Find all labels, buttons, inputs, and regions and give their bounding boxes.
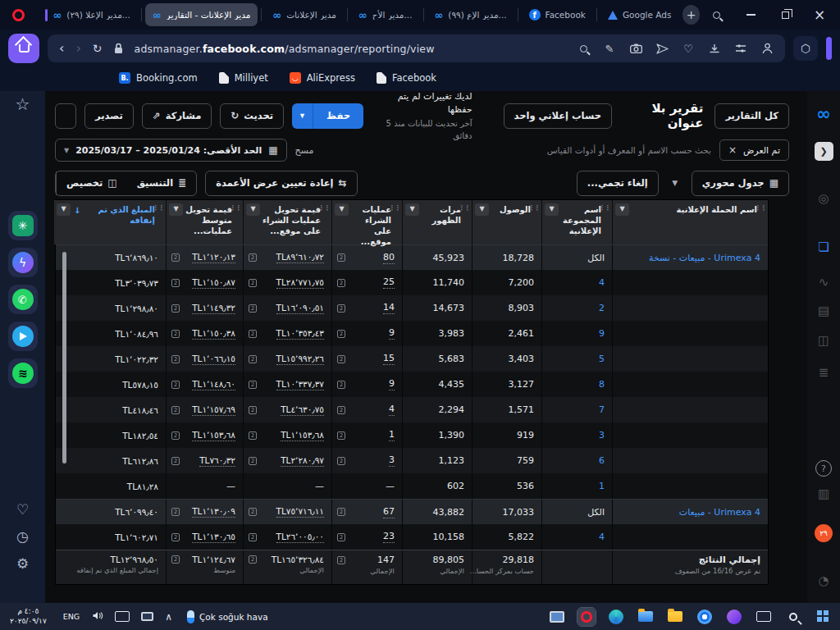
bookmark-item[interactable]: Facebook [377, 72, 436, 84]
column-menu-caret[interactable]: ▼ [405, 203, 419, 216]
browser-tab[interactable]: ∞مدير الأح... [351, 3, 420, 26]
settings-sliders-icon[interactable] [734, 42, 747, 55]
alarm-clock-icon[interactable]: ◔ [807, 573, 840, 588]
share-button[interactable]: مشاركة⇗ [142, 103, 212, 129]
nav-campaigns-icon[interactable]: ▤ [807, 304, 840, 318]
weather-widget[interactable]: Çok soğuk hava [187, 610, 268, 623]
adset-link[interactable]: 7 [599, 404, 605, 415]
bookmarks-star-icon[interactable]: ☆ [16, 94, 30, 114]
report-doc-icon[interactable]: ▥ [807, 486, 840, 501]
pivot-table-button[interactable]: ▦جدول محوري [692, 171, 789, 196]
tray-expand-icon[interactable]: ∧ [163, 611, 174, 623]
column-menu-caret[interactable]: ▼ [475, 203, 489, 216]
camera-icon[interactable] [629, 42, 642, 55]
column-header-purchases[interactable]: ⋮⋮عمليات الشراء على موقع...▼ [331, 200, 402, 244]
sidebar-item-telegram[interactable] [8, 322, 38, 351]
campaign-link[interactable]: Urimexa 4 - مبيعات - نسخة [649, 253, 760, 263]
account-switcher-button[interactable]: ❮ [807, 142, 840, 161]
customize-button[interactable]: ◫تخصيص [56, 171, 127, 195]
search-input[interactable]: بحث حسب الاسم أو المعرف أو أدوات القياس [547, 145, 711, 155]
adset-link[interactable]: 5 [599, 354, 605, 364]
column-header-adset[interactable]: ⋮⋮اسم المجموعة الإعلانية▼ [541, 200, 612, 244]
nav-list-icon[interactable]: ≣ [807, 365, 840, 380]
table-row[interactable]: 1536602———TL٨١٫٢٨ [56, 473, 768, 499]
taskbar-terminal[interactable] [755, 608, 773, 626]
save-button[interactable]: حفظ [313, 103, 363, 129]
send-to-flow-icon[interactable] [655, 42, 669, 55]
sidebar-item-chatgpt[interactable]: ✳ [8, 211, 38, 240]
column-header-impressions[interactable]: ⋮⋮مرات الظهور▼ [402, 200, 472, 244]
notifications-badge[interactable]: ٢٩ [807, 524, 840, 542]
campaign-link[interactable]: Urimexa 4 - مبيعات [679, 507, 760, 518]
column-header-campaign[interactable]: ⋮⋮اسم الحملة الإعلانية▼ [612, 200, 768, 244]
bookmark-item[interactable]: B.Booking.com [119, 72, 198, 84]
minimize-button[interactable] [737, 3, 765, 26]
tab-search-button[interactable] [702, 3, 730, 26]
tray-display-icon[interactable] [139, 612, 155, 621]
language-indicator[interactable]: ENG [60, 612, 83, 621]
snapshot-icon[interactable]: ✎ [603, 42, 616, 55]
taskbar-photos[interactable] [725, 608, 743, 626]
nav-overview-icon[interactable]: ◎ [807, 191, 840, 206]
all-reports-button[interactable]: كل التقارير [714, 103, 789, 129]
column-menu-caret[interactable]: ▼ [246, 203, 260, 216]
export-button[interactable]: تصدير [84, 103, 134, 129]
refresh-button[interactable]: تحديث↻ [220, 103, 284, 129]
table-row[interactable]: 39191,39012TL١٬١٥٣٫٦٨2TL١٬١٥٣٫٦٨2TL١٨٢٫٥… [56, 422, 768, 448]
adset-link[interactable]: 4 [599, 532, 605, 542]
taskbar-search[interactable] [784, 608, 802, 626]
bookmark-item[interactable]: Milliyet [219, 72, 268, 84]
url-field[interactable]: ‹ › ↻ adsmanager.facebook.com/adsmanager… [48, 34, 785, 62]
taskbar-file-explorer[interactable] [637, 608, 655, 626]
browser-tab[interactable]: ∞(٩٩) مدير الإع... [427, 3, 514, 26]
table-row[interactable]: 92,4613,98392TL١٠٬٣٥٣٫٤٣2TL١٬١٥٠٫٣٨2TL١٬… [56, 321, 768, 346]
find-on-page-icon[interactable] [577, 42, 590, 55]
sidebar-item-whatsapp[interactable]: ✆ [8, 285, 38, 314]
taskbar-edge[interactable] [607, 608, 625, 626]
browser-tab[interactable]: fFacebook [522, 3, 593, 26]
adset-link[interactable]: 9 [599, 328, 605, 339]
back-button[interactable]: ‹ [59, 42, 64, 55]
browser-tab[interactable]: ∞مدير الإعلانات [265, 3, 343, 26]
new-tab-button[interactable]: + [682, 5, 700, 25]
favorites-heart-icon[interactable]: ♡ [682, 42, 695, 55]
column-menu-caret[interactable]: ▼ [545, 203, 559, 216]
table-row[interactable]: 45,82210,158232TL٢٦٬٠٠٥٫٠٠2TL١٬١٣٠٫٦٥2TL… [56, 524, 768, 550]
table-row[interactable]: 71,5712,29442TL٤٬٦٣٠٫٧٥2TL١٬١٥٧٫٦٩2TL٤١٨… [56, 397, 768, 422]
forward-button[interactable]: › [75, 42, 80, 55]
column-header-avg[interactable]: ⋮⋮قيمة تحويل متوسط عمليات...▼ [166, 200, 243, 244]
taskbar-task-view[interactable] [548, 608, 566, 626]
sidebar-item-messenger[interactable]: ϟ [8, 248, 38, 277]
column-menu-caret[interactable]: ▼ [335, 203, 349, 216]
help-button[interactable]: ? [807, 460, 840, 477]
clear-dates-link[interactable]: مسح [295, 145, 314, 156]
adset-link[interactable]: 4 [599, 277, 605, 288]
nav-layout-icon[interactable]: ◫ [807, 333, 840, 348]
column-menu-caret[interactable]: ▼ [57, 203, 71, 216]
adset-link[interactable]: 3 [599, 430, 605, 441]
table-row[interactable]: 53,4035,683152TL١٥٬٩٩٢٫٢٦2TL١٬٠٦٦٫١٥2TL١… [56, 346, 768, 372]
browser-tab[interactable]: Google Ads [600, 3, 679, 26]
adset-link[interactable]: 8 [599, 379, 605, 390]
taskbar-chrome[interactable] [696, 608, 714, 626]
browser-tab[interactable]: ∞(٢٩) مدير الإعلا... [38, 3, 137, 26]
download-icon[interactable] [708, 42, 721, 55]
remove-filter-icon[interactable]: × [728, 144, 737, 156]
reset-columns-button[interactable]: ⇆إعادة تعيين عرض الأعمدة [205, 171, 357, 196]
bookmark-item[interactable]: ◡AliExpress [290, 72, 355, 84]
table-row[interactable]: Urimexa 4 - مبيعاتالكل17,03343,882672TL٧… [56, 499, 768, 524]
table-row[interactable]: 67591,12332TL٢٬٢٨٠٫٩٧2TL٧٦٠٫٣٢2TL٦١٢٫٨٦ [56, 448, 768, 473]
date-range-picker[interactable]: ▦ الحد الأقصى: 2025/01/24 – 2025/03/17 ▼ [55, 139, 287, 162]
taskbar-folder[interactable] [666, 608, 684, 626]
history-clock-icon[interactable]: ◷ [16, 528, 29, 545]
settings-gear-icon[interactable]: ⚙ [16, 555, 29, 572]
more-button[interactable] [55, 103, 76, 129]
reload-button[interactable]: ↻ [93, 43, 103, 54]
filter-chip-viewed[interactable]: تم العرض × [719, 139, 789, 161]
likes-heart-icon[interactable]: ♡ [16, 501, 29, 518]
taskbar-opera[interactable] [578, 608, 596, 626]
opera-menu-button[interactable] [7, 2, 30, 27]
table-row[interactable]: Urimexa 4 - مبيعات - نسخةالكل18,72845,92… [56, 244, 768, 270]
table-row[interactable]: 83,1274,43592TL١٠٬٣٣٧٫٣٧2TL١٬١٤٨٫٦٠2TL٥٧… [56, 372, 768, 397]
adset-link[interactable]: 2 [599, 303, 605, 313]
